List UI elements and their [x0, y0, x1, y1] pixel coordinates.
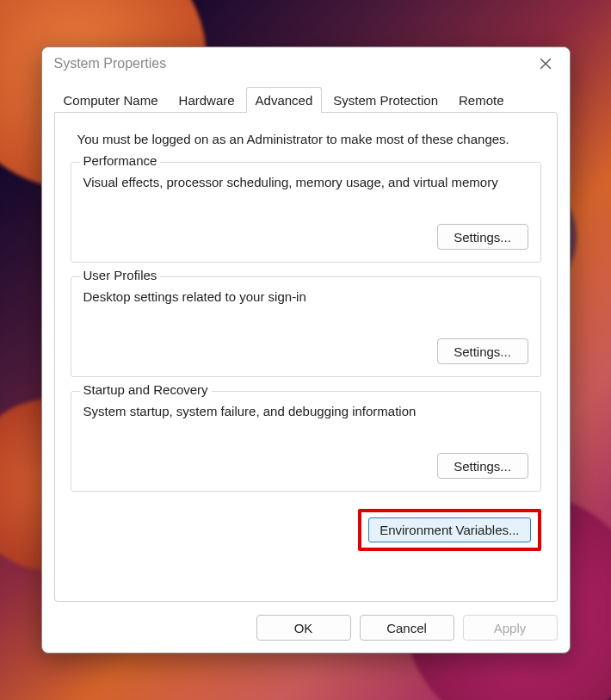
- ok-button[interactable]: OK: [256, 615, 351, 641]
- performance-group: Performance Visual effects, processor sc…: [71, 162, 541, 263]
- system-properties-dialog: System Properties Computer Name Hardware…: [41, 46, 571, 654]
- user-profiles-group: User Profiles Desktop settings related t…: [71, 276, 541, 377]
- startup-desc: System startup, system failure, and debu…: [83, 404, 528, 418]
- performance-desc: Visual effects, processor scheduling, me…: [83, 175, 528, 189]
- close-button[interactable]: [534, 52, 558, 76]
- tab-advanced[interactable]: Advanced: [246, 87, 323, 113]
- tab-hardware[interactable]: Hardware: [170, 87, 244, 113]
- highlight-annotation: Environment Variables...: [358, 509, 540, 551]
- performance-title: Performance: [80, 153, 161, 168]
- apply-button[interactable]: Apply: [463, 615, 558, 641]
- startup-recovery-group: Startup and Recovery System startup, sys…: [71, 391, 541, 492]
- tab-remote[interactable]: Remote: [449, 87, 514, 113]
- environment-variables-button[interactable]: Environment Variables...: [368, 517, 530, 542]
- user-profiles-title: User Profiles: [80, 268, 161, 282]
- cancel-button[interactable]: Cancel: [360, 615, 454, 641]
- startup-title: Startup and Recovery: [80, 382, 212, 397]
- tab-computer-name[interactable]: Computer Name: [54, 87, 168, 113]
- user-profiles-desc: Desktop settings related to your sign-in: [83, 289, 528, 304]
- tab-strip: Computer Name Hardware Advanced System P…: [42, 80, 570, 113]
- performance-settings-button[interactable]: Settings...: [437, 224, 528, 250]
- user-profiles-settings-button[interactable]: Settings...: [437, 338, 528, 364]
- dialog-actions: OK Cancel Apply: [42, 603, 570, 653]
- window-title: System Properties: [54, 56, 167, 71]
- advanced-panel: You must be logged on as an Administrato…: [54, 112, 558, 602]
- close-icon: [540, 58, 552, 70]
- startup-settings-button[interactable]: Settings...: [437, 453, 528, 479]
- titlebar: System Properties: [42, 47, 570, 80]
- intro-text: You must be logged on as an Administrato…: [71, 128, 541, 148]
- tab-system-protection[interactable]: System Protection: [324, 87, 447, 113]
